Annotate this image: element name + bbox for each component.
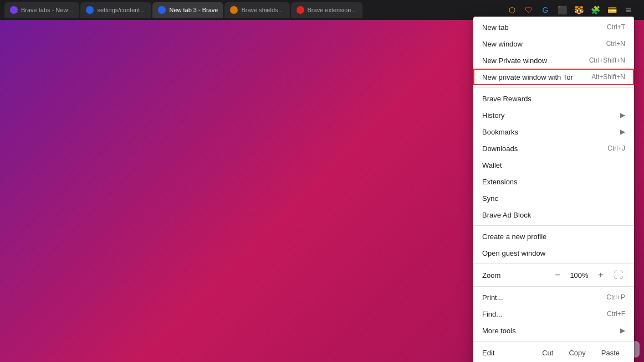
tab-2[interactable]: settings/content… bbox=[80, 2, 151, 18]
tab-1[interactable]: Brave tabs - New… bbox=[4, 2, 79, 18]
menu-item-new-window-label: New window bbox=[482, 40, 597, 48]
menu-item-new-private-tor-label: New private window with Tor bbox=[482, 73, 582, 81]
menu-item-find[interactable]: Find... Ctrl+F bbox=[473, 306, 634, 322]
context-menu: New tab Ctrl+T New window Ctrl+N New Pri… bbox=[473, 17, 634, 362]
menu-item-extensions[interactable]: Extensions bbox=[473, 173, 634, 190]
divider-2 bbox=[473, 225, 634, 226]
menu-item-new-tab-label: New tab bbox=[482, 23, 598, 32]
menu-item-new-tab-shortcut: Ctrl+T bbox=[607, 23, 625, 31]
tab-favicon-2 bbox=[86, 6, 94, 14]
tab-label-4: Brave shields… bbox=[241, 7, 284, 13]
tab-label-5: Brave extension… bbox=[308, 7, 357, 13]
zoom-minus-button[interactable]: − bbox=[551, 268, 564, 282]
menu-item-bookmarks[interactable]: Bookmarks ▶ bbox=[473, 123, 634, 140]
divider-4 bbox=[473, 286, 634, 287]
paste-button[interactable]: Paste bbox=[596, 348, 625, 358]
brave-shield-icon[interactable]: 🛡 bbox=[522, 3, 535, 17]
edit-buttons: Cut Copy Paste bbox=[536, 348, 625, 358]
zoom-value: 100% bbox=[569, 271, 590, 280]
menu-item-extensions-label: Extensions bbox=[482, 178, 625, 186]
divider-5 bbox=[473, 341, 634, 342]
tab-4[interactable]: Brave shields… bbox=[224, 2, 289, 18]
menu-item-brave-ad-block[interactable]: Brave Ad Block bbox=[473, 206, 634, 223]
tab-favicon-3 bbox=[158, 6, 166, 14]
tab-label-1: Brave tabs - New… bbox=[21, 7, 74, 13]
menu-item-history-arrow: ▶ bbox=[620, 111, 625, 119]
zoom-row: Zoom − 100% + ⛶ bbox=[473, 266, 634, 284]
menu-item-create-profile[interactable]: Create a new profile bbox=[473, 228, 634, 245]
menu-item-new-window-shortcut: Ctrl+N bbox=[606, 40, 625, 48]
menu-item-create-profile-label: Create a new profile bbox=[482, 232, 625, 241]
tab-favicon-5 bbox=[297, 6, 304, 14]
menu-item-more-tools-arrow: ▶ bbox=[620, 327, 625, 334]
menu-item-print-label: Print... bbox=[482, 293, 597, 302]
menu-item-wallet-label: Wallet bbox=[482, 161, 625, 169]
menu-item-brave-ad-block-label: Brave Ad Block bbox=[482, 211, 625, 219]
tab-3[interactable]: New tab 3 - Brave bbox=[152, 2, 223, 18]
menu-item-downloads-shortcut: Ctrl+J bbox=[607, 144, 625, 152]
menu-item-find-shortcut: Ctrl+F bbox=[607, 310, 625, 318]
menu-item-new-private-shortcut: Ctrl+Shift+N bbox=[589, 56, 625, 64]
menu-item-new-private-tor[interactable]: New private window with Tor Alt+Shift+N bbox=[473, 69, 634, 85]
divider-3 bbox=[473, 263, 634, 264]
tab-5[interactable]: Brave extension… bbox=[291, 2, 363, 18]
menu-item-bookmarks-label: Bookmarks bbox=[482, 128, 616, 136]
zoom-fullscreen-button[interactable]: ⛶ bbox=[612, 268, 625, 282]
tab-label-3: New tab 3 - Brave bbox=[169, 7, 218, 13]
tab-label-2: settings/content… bbox=[97, 7, 146, 13]
menu-item-history-label: History bbox=[482, 111, 616, 120]
copy-button[interactable]: Copy bbox=[563, 348, 591, 358]
menu-item-new-tab[interactable]: New tab Ctrl+T bbox=[473, 19, 634, 35]
cut-button[interactable]: Cut bbox=[536, 348, 559, 358]
wallet-icon[interactable]: 💳 bbox=[605, 3, 619, 17]
menu-item-new-private-label: New Private window bbox=[482, 56, 580, 65]
divider-1 bbox=[473, 87, 634, 88]
menu-item-new-window[interactable]: New window Ctrl+N bbox=[473, 35, 634, 52]
zoom-label: Zoom bbox=[482, 271, 551, 280]
menu-item-print[interactable]: Print... Ctrl+P bbox=[473, 289, 634, 306]
menu-item-find-label: Find... bbox=[482, 310, 598, 318]
menu-item-new-private-tor-shortcut: Alt+Shift+N bbox=[591, 73, 625, 81]
menu-item-brave-rewards[interactable]: Brave Rewards bbox=[473, 90, 634, 107]
zoom-plus-button[interactable]: + bbox=[594, 268, 607, 282]
menu-item-print-shortcut: Ctrl+P bbox=[606, 293, 625, 301]
menu-item-wallet[interactable]: Wallet bbox=[473, 157, 634, 173]
menu-item-more-tools[interactable]: More tools ▶ bbox=[473, 322, 634, 339]
menu-item-new-private[interactable]: New Private window Ctrl+Shift+N bbox=[473, 52, 634, 69]
menu-item-more-tools-label: More tools bbox=[482, 327, 616, 335]
tabs-area: Brave tabs - New… settings/content… New … bbox=[4, 0, 501, 20]
extension-g-icon[interactable]: G bbox=[539, 3, 552, 17]
zoom-controls: − 100% + ⛶ bbox=[551, 268, 625, 282]
extensions-icon[interactable]: 🧩 bbox=[589, 3, 602, 17]
extension-tiger-icon[interactable]: 🐯 bbox=[572, 3, 585, 17]
menu-item-downloads[interactable]: Downloads Ctrl+J bbox=[473, 140, 634, 157]
menu-item-open-guest[interactable]: Open guest window bbox=[473, 245, 634, 261]
menu-item-open-guest-label: Open guest window bbox=[482, 249, 625, 257]
tab-favicon-4 bbox=[230, 6, 238, 14]
edit-row: Edit Cut Copy Paste bbox=[473, 344, 634, 361]
menu-item-bookmarks-arrow: ▶ bbox=[620, 128, 625, 136]
menu-item-sync[interactable]: Sync bbox=[473, 190, 634, 206]
rewards-icon[interactable]: ⬡ bbox=[505, 3, 519, 17]
menu-item-sync-label: Sync bbox=[482, 194, 625, 203]
edit-label: Edit bbox=[482, 349, 536, 357]
menu-item-brave-rewards-label: Brave Rewards bbox=[482, 95, 625, 103]
extension-puzzle-icon[interactable]: ⬛ bbox=[555, 3, 569, 17]
menu-item-downloads-label: Downloads bbox=[482, 144, 599, 153]
hamburger-menu-icon[interactable]: ≡ bbox=[622, 3, 635, 17]
menu-item-history[interactable]: History ▶ bbox=[473, 107, 634, 123]
tab-favicon-1 bbox=[10, 6, 18, 14]
